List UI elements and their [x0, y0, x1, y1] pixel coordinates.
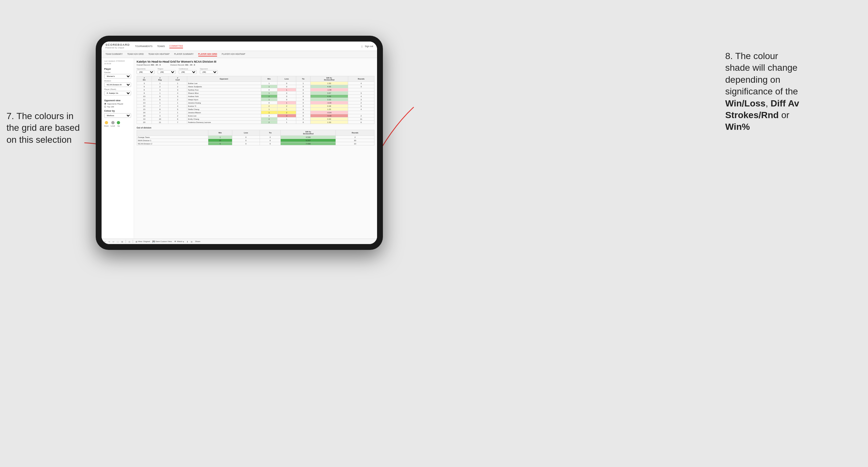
region-select[interactable]: (All)	[158, 70, 176, 74]
radio-dot-top100	[104, 106, 106, 108]
paste-icon[interactable]: ⊞	[121, 241, 123, 243]
out-col-diff: Diff AvStrokes/Rnd	[281, 130, 336, 136]
player-rank-label: Player (Rank)	[104, 88, 131, 90]
bottom-toolbar: ↩ ↪ ↩ ⬚ ⊞ ◷ ⊞ View: Original 💾 Save Cust…	[101, 239, 377, 244]
col-loss: Loss	[277, 76, 296, 82]
h2h-table: #Div #Reg #Conf Opponent Win Loss Tie Di…	[136, 76, 374, 124]
left-panel: Last Updated: 27/03/2024 16:55:38 Player…	[101, 58, 134, 239]
player-rank-select[interactable]: 8. Katelyn Vo	[104, 91, 131, 95]
opponent-select[interactable]: (All)	[200, 70, 218, 74]
gender-select[interactable]: Women's	[104, 74, 131, 79]
subnav-player-h2h-heatmap[interactable]: PLAYER H2H HEATMAP	[222, 52, 245, 57]
table-row: 14 7 4 Eunice Yi 2 2 0 0.38 9	[137, 104, 374, 108]
legend-down: Down	[104, 121, 109, 127]
table-row: 15 8 5 Stella Cheng 1 1 0 1.25 4	[137, 108, 374, 111]
nav-right: | Sign out	[362, 45, 373, 48]
out-division-table: Win Loss Tie Diff AvStrokes/Rnd Rounds F…	[136, 130, 374, 145]
col-rounds: Rounds	[348, 76, 374, 82]
table-row: Foreign Team 1 0 0 4.500 2	[137, 136, 374, 139]
radio-opponents-played[interactable]: Opponents Played	[104, 103, 131, 105]
out-div-opponent-header	[137, 130, 208, 136]
table-row: 10 6 3 Andrea York 2 0 0 4.00 4	[137, 95, 374, 98]
table-row: 18 3 2 Euna Lee 0 3 0 -5.00 2	[137, 114, 374, 118]
filter-row: Opponents: (All) Region (All) Conference	[136, 68, 374, 74]
table-row: 3 1 1 Esther Lee 1 0 1 1.50 4	[137, 82, 374, 85]
radio-top100[interactable]: Top 100	[104, 106, 131, 108]
legend-level: Level	[111, 121, 115, 127]
table-row: 9 1 4 Sharon Mun 1 0 0 3.67 3	[137, 92, 374, 95]
annotation-left: 7. The colours in the grid are based on …	[6, 110, 89, 146]
col-tie: Tie	[296, 76, 311, 82]
clock-icon[interactable]: ◷	[128, 241, 130, 243]
colour-by-title: Colour by	[104, 110, 131, 112]
table-row: NAIA Division 1 15 0 0 9.267 30	[137, 139, 374, 142]
logo: SCOREBOARD Powered by clippd	[105, 43, 130, 49]
out-division-header: Out of division	[136, 127, 374, 129]
copy-icon[interactable]: ⬚	[117, 241, 119, 243]
legend: Down Level Up	[104, 121, 131, 127]
table-row: 11 6 2 Heejo Hyun 1 0 0 3.33 3	[137, 98, 374, 101]
subnav-team-summary[interactable]: TEAM SUMMARY	[105, 52, 123, 57]
gender-label: Gender	[104, 71, 131, 73]
filter-opponent: Opponent (All)	[200, 68, 218, 74]
redo-icon[interactable]: ↪	[108, 241, 110, 243]
share-icon-2[interactable]: ⊞	[191, 241, 192, 243]
save-custom-view-btn[interactable]: 💾 Save Custom View	[153, 241, 172, 243]
table-row: 5 2 2 Alexis Sudjianto 1 0 0 4.00 3	[137, 85, 374, 88]
filter-conference: Conference (All)	[179, 68, 197, 74]
table-row: NCAA Division 2 5 0 0 7.400 10	[137, 142, 374, 145]
col-div: #Div	[137, 76, 152, 82]
opponent-view-title: Opponent view	[104, 99, 131, 101]
watch-btn[interactable]: 👁 Watch ▾	[174, 241, 184, 243]
sub-nav: TEAM SUMMARY TEAM H2H GRID TEAM H2H HEAT…	[101, 51, 377, 58]
undo-icon[interactable]: ↩	[104, 241, 106, 243]
toolbar-sep1	[126, 240, 126, 243]
download-icon[interactable]: ⬇	[187, 241, 188, 243]
top-nav: SCOREBOARD Powered by clippd TOURNAMENTS…	[101, 41, 377, 51]
nav-tournaments[interactable]: TOURNAMENTS	[135, 44, 153, 48]
sign-out-link[interactable]: Sign out	[365, 45, 373, 48]
table-row: 6 3 3 Sydney Kuo 0 1 0 -1.00	[137, 88, 374, 92]
table-row: 13 1 1 Jessica Huang 0 1 0 -3.00 2	[137, 101, 374, 104]
nav-committee[interactable]: COMMITTEE	[169, 44, 183, 49]
filter-opponents: Opponents: (All)	[136, 68, 154, 74]
redo2-icon[interactable]: ↩	[113, 241, 114, 243]
player-section-title: Player	[104, 68, 131, 70]
grid-title: Katelyn Vo Head-to-Head Grid for Women's…	[136, 60, 374, 63]
col-reg: #Reg	[152, 76, 168, 82]
conference-select[interactable]: (All)	[179, 70, 197, 74]
grid-records: Overall Record: 353 - 34 - 6 Division Re…	[136, 64, 374, 66]
nav-teams[interactable]: TEAMS	[157, 44, 165, 48]
col-opponent: Opponent	[187, 76, 261, 82]
main-content: Last Updated: 27/03/2024 16:55:38 Player…	[101, 58, 377, 239]
table-row: 20 11 7 Federica Domecq Lacroze 2 1 0 1.…	[137, 121, 374, 124]
legend-up: Up	[117, 121, 120, 127]
out-col-tie: Tie	[260, 130, 281, 136]
out-col-rounds: Rounds	[336, 130, 374, 136]
share-btn[interactable]: Share	[195, 241, 200, 242]
table-row: 16 7 1 Jessica Mason 1 2 0 -0.94	[137, 111, 374, 114]
col-diff: Diff AvStrokes/Rnd	[310, 76, 348, 82]
subnav-team-h2h-grid[interactable]: TEAM H2H GRID	[127, 52, 144, 57]
grid-area: Katelyn Vo Head-to-Head Grid for Women's…	[134, 58, 377, 239]
legend-down-circle	[105, 121, 108, 124]
last-updated: Last Updated: 27/03/2024 16:55:38	[104, 60, 131, 65]
out-col-win: Win	[208, 130, 232, 136]
view-original-btn[interactable]: ⊞ View: Original	[136, 241, 150, 243]
radio-dot-opponents	[104, 103, 106, 105]
toolbar-sep2	[133, 240, 133, 243]
colour-by-select[interactable]: Win/loss	[104, 113, 131, 118]
legend-level-circle	[111, 121, 115, 124]
tablet-frame: SCOREBOARD Powered by clippd TOURNAMENTS…	[96, 36, 383, 250]
division-select[interactable]: NCAA Division III	[104, 83, 131, 87]
col-win: Win	[261, 76, 277, 82]
subnav-team-h2h-heatmap[interactable]: TEAM H2H HEATMAP	[148, 52, 170, 57]
opponents-select[interactable]: (All)	[136, 70, 154, 74]
radio-group: Opponents Played Top 100	[104, 103, 131, 108]
subnav-player-summary[interactable]: PLAYER SUMMARY	[174, 52, 194, 57]
table-row: 19 10 6 Emily Chang 4 1 0 0.30 11	[137, 118, 374, 121]
subnav-player-h2h-grid[interactable]: PLAYER H2H GRID	[198, 52, 217, 57]
legend-up-circle	[117, 121, 120, 124]
nav-items: TOURNAMENTS TEAMS COMMITTEE	[135, 44, 183, 49]
tablet-screen: SCOREBOARD Powered by clippd TOURNAMENTS…	[101, 41, 377, 244]
